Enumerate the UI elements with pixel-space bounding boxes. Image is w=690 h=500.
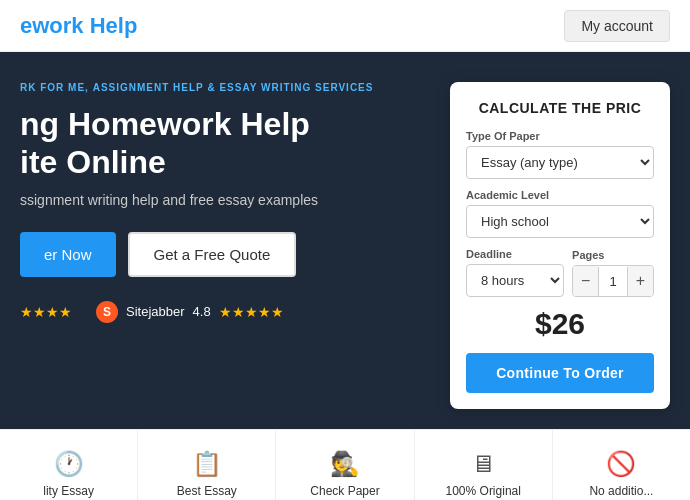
- feature-original: 🖥 100% Original: [415, 430, 553, 500]
- best-essay-label: Best Essay: [177, 484, 237, 498]
- no-additional-icon: 🚫: [606, 450, 636, 478]
- hero-subtitle: RK FOR ME, ASSIGNMENT HELP & ESSAY WRITI…: [20, 82, 430, 93]
- pages-value: 1: [598, 267, 627, 296]
- deadline-select[interactable]: 8 hours: [466, 264, 564, 297]
- hero-content: RK FOR ME, ASSIGNMENT HELP & ESSAY WRITI…: [20, 82, 450, 409]
- original-label: 100% Original: [446, 484, 521, 498]
- quality-essay-icon: 🕐: [54, 450, 84, 478]
- hero-title: ng Homework Help ite Online: [20, 105, 430, 182]
- calculator-title: CALCULATE THE PRIC: [466, 100, 654, 116]
- pages-col: Pages − 1 +: [572, 249, 654, 297]
- sitejabber-value: 4.8: [193, 304, 211, 319]
- check-paper-icon: 🕵: [330, 450, 360, 478]
- pages-increase-button[interactable]: +: [628, 266, 653, 296]
- type-of-paper-label: Type Of Paper: [466, 130, 654, 142]
- ratings-section: ★★★★ S Sitejabber 4.8 ★★★★★: [20, 301, 430, 323]
- pages-control: − 1 +: [572, 265, 654, 297]
- deadline-pages-row: Deadline 8 hours Pages − 1 +: [466, 248, 654, 297]
- feature-check-paper: 🕵 Check Paper: [276, 430, 414, 500]
- hero-buttons: er Now Get a Free Quote: [20, 232, 430, 277]
- continue-to-order-button[interactable]: Continue To Order: [466, 353, 654, 393]
- header: ework Help My account: [0, 0, 690, 52]
- hero-sub-highlight: RK FOR ME,: [20, 82, 89, 93]
- hero-description: ssignment writing help and free essay ex…: [20, 192, 430, 208]
- trustpilot-stars: ★★★★: [20, 304, 72, 320]
- calculated-price: $26: [466, 307, 654, 341]
- deadline-label: Deadline: [466, 248, 564, 260]
- no-additional-label: No additio...: [589, 484, 653, 498]
- calculator-card: CALCULATE THE PRIC Type Of Paper Essay (…: [450, 82, 670, 409]
- deadline-col: Deadline 8 hours: [466, 248, 564, 297]
- order-now-button[interactable]: er Now: [20, 232, 116, 277]
- hero-section: RK FOR ME, ASSIGNMENT HELP & ESSAY WRITI…: [0, 52, 690, 429]
- logo: ework Help: [20, 13, 137, 39]
- sitejabber-rating: S Sitejabber 4.8 ★★★★★: [96, 301, 284, 323]
- free-quote-button[interactable]: Get a Free Quote: [128, 232, 297, 277]
- hero-sub-rest: ASSIGNMENT HELP & ESSAY WRITING SERVICES: [93, 82, 374, 93]
- my-account-button[interactable]: My account: [564, 10, 670, 42]
- sitejabber-label: Sitejabber: [126, 304, 185, 319]
- check-paper-label: Check Paper: [310, 484, 379, 498]
- quality-essay-label: lity Essay: [43, 484, 94, 498]
- feature-best-essay: 📋 Best Essay: [138, 430, 276, 500]
- trustpilot-rating: ★★★★: [20, 304, 72, 320]
- feature-no-additional: 🚫 No additio...: [553, 430, 690, 500]
- sitejabber-stars: ★★★★★: [219, 304, 284, 320]
- pages-label: Pages: [572, 249, 604, 261]
- sitejabber-icon: S: [96, 301, 118, 323]
- features-bar: 🕐 lity Essay 📋 Best Essay 🕵 Check Paper …: [0, 429, 690, 500]
- pages-decrease-button[interactable]: −: [573, 266, 598, 296]
- academic-level-select[interactable]: High school: [466, 205, 654, 238]
- type-of-paper-select[interactable]: Essay (any type): [466, 146, 654, 179]
- academic-level-label: Academic Level: [466, 189, 654, 201]
- original-icon: 🖥: [471, 450, 495, 478]
- feature-quality-essay: 🕐 lity Essay: [0, 430, 138, 500]
- best-essay-icon: 📋: [192, 450, 222, 478]
